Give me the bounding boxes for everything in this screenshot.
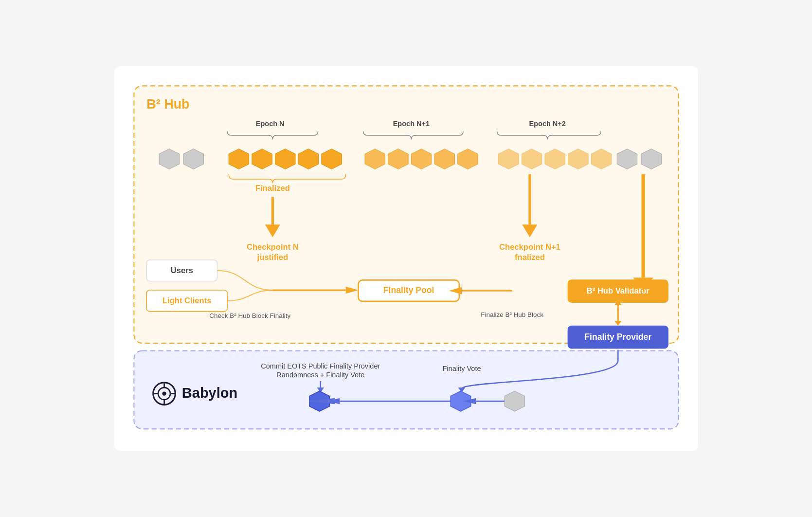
epoch-n1-label: Epoch N+1: [393, 120, 429, 128]
validator-label: B² Hub Validator: [586, 287, 649, 296]
finalize-text: Finalize B² Hub Block: [481, 311, 543, 318]
checkpoint-n1-line2: fnalized: [515, 253, 545, 262]
finalized-label: Finalized: [255, 184, 289, 193]
check-text: Check B² Hub Block Finality: [209, 312, 290, 319]
babylon-name: Babylon: [181, 385, 237, 401]
b2hub-title: B² Hub: [146, 97, 189, 111]
commit-text-1: Commit EOTS Public Finality Provider: [261, 362, 380, 370]
checkpoint-n-line2: justified: [256, 253, 288, 262]
finality-vote-text: Finality Vote: [442, 365, 481, 372]
checkpoint-n1-line1: Checkpoint N+1: [499, 242, 560, 252]
finality-provider-label: Finality Provider: [584, 332, 651, 342]
babylon-icon-dot: [162, 392, 166, 396]
finality-pool-label: Finality Pool: [383, 286, 434, 295]
main-diagram-svg: B² Hub Epoch N Epoch N+1 Epoch N+2 Final…: [129, 81, 684, 434]
light-clients-label: Light Clients: [162, 296, 211, 305]
epoch-n2-label: Epoch N+2: [529, 120, 565, 128]
epoch-n-label: Epoch N: [255, 120, 284, 128]
checkpoint-n-line1: Checkpoint N: [246, 242, 298, 252]
users-label: Users: [170, 266, 193, 275]
commit-text-2: Randomness + Finality Vote: [276, 371, 364, 379]
diagram-wrapper: B² Hub Epoch N Epoch N+1 Epoch N+2 Final…: [114, 66, 698, 450]
